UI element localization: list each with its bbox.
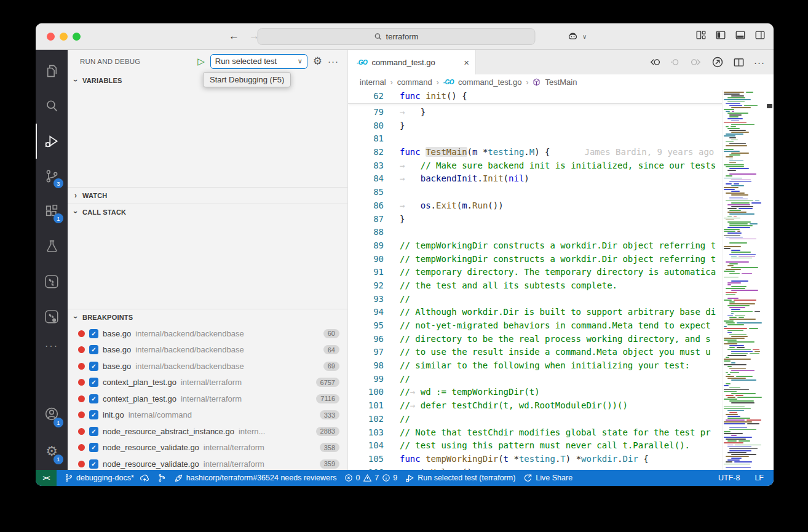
- breadcrumb-internal[interactable]: internal: [360, 77, 386, 87]
- breakpoint-checkbox[interactable]: ✓: [89, 427, 98, 436]
- code-line[interactable]: 84→ backendInit.Init(nil): [348, 172, 774, 186]
- breakpoint-row[interactable]: ✓base.gointernal/backend/backendbase60: [68, 325, 347, 342]
- code-line[interactable]: 96// directory to be the real process wo…: [348, 333, 774, 346]
- close-tab-icon[interactable]: ×: [464, 57, 469, 68]
- branch-status-item[interactable]: debugging-docs*: [65, 474, 149, 482]
- toggle-secondary-sidebar-icon[interactable]: [755, 30, 766, 41]
- zoom-window-button[interactable]: [73, 33, 81, 41]
- code-line[interactable]: 88: [348, 226, 774, 239]
- sticky-scroll-line[interactable]: 62func init() {: [348, 90, 774, 104]
- tab-command-test-go[interactable]: -GO command_test.go ×: [348, 50, 476, 74]
- breakpoint-checkbox[interactable]: ✓: [89, 345, 98, 354]
- code-line[interactable]: 100//→ wd := tempWorkingDir(t): [348, 386, 774, 399]
- run-and-debug-view-icon[interactable]: [36, 124, 68, 159]
- customize-layout-icon[interactable]: [695, 30, 707, 41]
- hcp-terraform-icon[interactable]: [36, 299, 68, 334]
- code-line[interactable]: 91// temporary directory. The temporary …: [348, 266, 774, 279]
- terraform-icon[interactable]: [36, 264, 68, 299]
- code-line[interactable]: 81: [348, 132, 774, 146]
- breakpoint-checkbox[interactable]: ✓: [89, 378, 98, 387]
- source-control-graph-icon[interactable]: [157, 474, 166, 482]
- editor-more-actions-icon[interactable]: ···: [754, 57, 765, 68]
- testing-icon[interactable]: [36, 229, 68, 264]
- breakpoint-row[interactable]: ✓context_plan_test.gointernal/terraform6…: [68, 375, 347, 391]
- watch-section-header[interactable]: › WATCH: [68, 187, 347, 204]
- extensions-icon[interactable]: 1: [36, 194, 68, 229]
- breadcrumb-file[interactable]: command_test.go: [458, 77, 521, 87]
- code-editor[interactable]: 62func init() { 79→ }80}8182func TestMai…: [348, 90, 774, 470]
- run-or-open-graph-icon[interactable]: [711, 56, 724, 68]
- run-test-status-item[interactable]: Run selected test (terraform): [405, 474, 515, 483]
- code-line[interactable]: 103// Note that testChdir modifies globa…: [348, 426, 774, 440]
- source-control-icon[interactable]: 3: [36, 159, 68, 194]
- editor-scrollbar[interactable]: [766, 90, 774, 470]
- code-line[interactable]: 90// tempWorkingDir constructs a workdir…: [348, 253, 774, 266]
- code-line[interactable]: 92// the test and all its subtests compl…: [348, 279, 774, 293]
- code-line[interactable]: 86→ os.Exit(m.Run()): [348, 199, 774, 213]
- code-line[interactable]: 97// to use the result inside a command.…: [348, 346, 774, 359]
- command-center-search[interactable]: terraform: [257, 28, 535, 45]
- next-change-icon[interactable]: [691, 57, 702, 68]
- code-line[interactable]: 94// Although workdir.Dir is built to su…: [348, 306, 774, 319]
- accounts-icon[interactable]: 1: [36, 395, 68, 433]
- breakpoint-checkbox[interactable]: ✓: [89, 329, 98, 338]
- toggle-primary-sidebar-icon[interactable]: [715, 30, 726, 41]
- breakpoint-row[interactable]: ✓base.gointernal/backend/backendbase64: [68, 342, 347, 359]
- explorer-icon[interactable]: [36, 54, 68, 89]
- encoding-status-item[interactable]: UTF-8: [718, 474, 740, 482]
- live-share-status-item[interactable]: Live Share: [523, 474, 572, 483]
- code-line[interactable]: 101//→ defer testChdir(t, wd.RootModuleD…: [348, 399, 774, 413]
- navigate-back-button[interactable]: ←: [229, 29, 239, 44]
- problems-status-item[interactable]: 0 7 9: [344, 474, 397, 482]
- start-debugging-button[interactable]: ▷: [197, 57, 205, 66]
- additional-views-icon[interactable]: ···: [45, 334, 58, 359]
- debug-configuration-dropdown[interactable]: Run selected test ∨: [210, 54, 307, 69]
- code-line[interactable]: 95// not-yet-migrated behaviors in comma…: [348, 319, 774, 333]
- code-line[interactable]: 105func tempWorkingDir(t *testing.T) *wo…: [348, 453, 774, 466]
- toggle-panel-icon[interactable]: [735, 30, 746, 41]
- breakpoint-row[interactable]: ✓context_plan_test.gointernal/terraform7…: [68, 391, 347, 407]
- pull-request-status-item[interactable]: hashicorp/terraform#36524 needs reviewer…: [174, 474, 337, 483]
- breadcrumb-symbol[interactable]: TestMain: [545, 77, 577, 87]
- breakpoint-checkbox[interactable]: ✓: [89, 362, 98, 371]
- breakpoint-checkbox[interactable]: ✓: [89, 443, 98, 452]
- breakpoint-checkbox[interactable]: ✓: [89, 410, 98, 419]
- code-line[interactable]: 106→ t.Helper(): [348, 466, 774, 470]
- copilot-icon[interactable]: [567, 31, 579, 42]
- debug-more-actions-icon[interactable]: ···: [328, 56, 339, 66]
- eol-status-item[interactable]: LF: [755, 474, 764, 482]
- code-line[interactable]: 80}: [348, 119, 774, 133]
- previous-change-icon[interactable]: [649, 57, 660, 68]
- code-line[interactable]: 99//: [348, 373, 774, 386]
- close-window-button[interactable]: [47, 33, 55, 41]
- code-line[interactable]: 98// similar to the following when initi…: [348, 359, 774, 373]
- remote-indicator[interactable]: ><: [36, 470, 57, 486]
- code-line[interactable]: 83→ // Make sure backend init is initial…: [348, 159, 774, 173]
- code-line[interactable]: 82func TestMain(m *testing.M) {James Bar…: [348, 146, 774, 159]
- code-line[interactable]: 87}: [348, 213, 774, 226]
- breakpoints-section-header[interactable]: › BREAKPOINTS: [68, 309, 347, 325]
- code-line[interactable]: 102//: [348, 413, 774, 426]
- code-line[interactable]: 89// tempWorkingDir constructs a workdir…: [348, 239, 774, 253]
- debug-settings-gear-icon[interactable]: ⚙: [313, 56, 322, 66]
- code-line[interactable]: 79→ }: [348, 106, 774, 119]
- breakpoint-row[interactable]: ✓init.gointernal/command333: [68, 407, 347, 424]
- settings-gear-icon[interactable]: ⚙ 1: [36, 433, 68, 470]
- code-line[interactable]: 93//: [348, 293, 774, 306]
- breadcrumb-command[interactable]: command: [397, 77, 432, 87]
- breakpoint-row[interactable]: ✓base.gointernal/backend/backendbase69: [68, 358, 347, 375]
- current-change-icon[interactable]: [670, 57, 681, 68]
- breakpoint-row[interactable]: ✓node_resource_validate.gointernal/terra…: [68, 440, 347, 456]
- breakpoint-checkbox[interactable]: ✓: [89, 394, 98, 403]
- split-editor-icon[interactable]: [733, 57, 745, 68]
- copilot-chevron-icon[interactable]: ∨: [582, 33, 587, 40]
- call-stack-section-header[interactable]: › CALL STACK: [68, 204, 347, 220]
- breakpoint-row[interactable]: ✓node_resource_abstract_instance.gointer…: [68, 423, 347, 440]
- minimap[interactable]: [722, 90, 766, 470]
- breakpoint-checkbox[interactable]: ✓: [89, 459, 98, 469]
- code-line[interactable]: 62func init() {: [348, 90, 774, 103]
- code-line[interactable]: 85: [348, 186, 774, 199]
- search-view-icon[interactable]: [36, 89, 68, 124]
- code-line[interactable]: 104// test using this pattern must never…: [348, 439, 774, 453]
- breakpoint-row[interactable]: ✓node_resource_validate.gointernal/terra…: [68, 456, 347, 470]
